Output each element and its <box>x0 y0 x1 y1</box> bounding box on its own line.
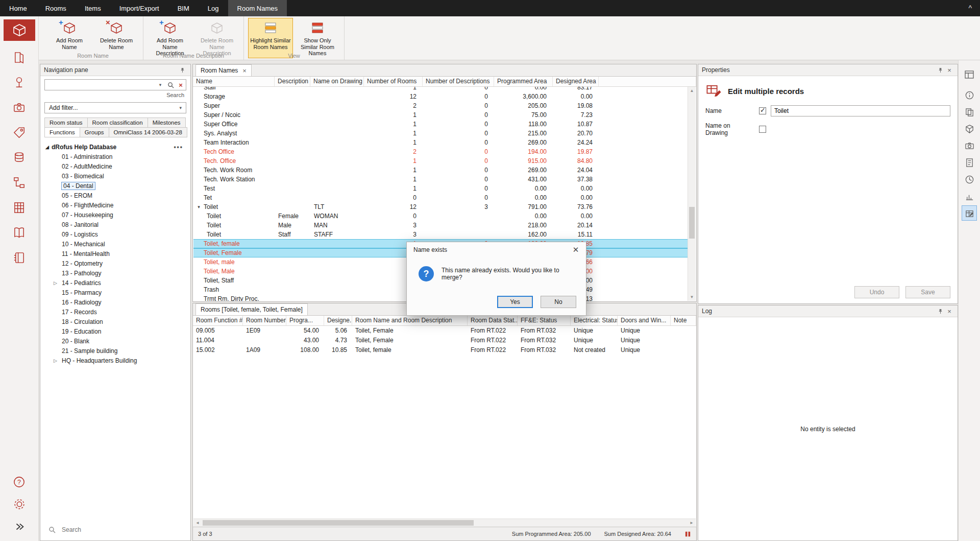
column-header-number-of-descriptions[interactable]: Number of Descriptions <box>423 77 494 86</box>
yes-button[interactable]: Yes <box>497 296 533 308</box>
tree-item[interactable]: 05 - EROM <box>43 191 187 201</box>
tab-groups[interactable]: Groups <box>80 127 109 137</box>
tree-item-selected[interactable]: 04 - Dental <box>43 181 187 191</box>
table-row-child[interactable]: ToiletMaleMAN3218.0020.14 <box>193 221 688 230</box>
undo-button[interactable]: Undo <box>854 286 899 298</box>
plant-module-icon[interactable] <box>11 74 28 90</box>
tree-menu-icon[interactable]: ••• <box>174 144 187 151</box>
table-row[interactable]: Sys. Analyst10215.0020.70 <box>193 129 688 138</box>
column-header-ffe-status[interactable]: FF&E: Status <box>518 316 571 325</box>
column-header-room-number[interactable]: Room Number <box>243 316 286 325</box>
tree-item[interactable]: 21 - Sample building <box>43 346 187 356</box>
door-module-icon[interactable] <box>11 49 28 65</box>
column-header-electrical-status[interactable]: Electrical: Status <box>571 316 618 325</box>
add-filter-dropdown[interactable]: Add filter... ▾ <box>44 102 186 113</box>
column-header-name-on-drawing[interactable]: Name on Drawing <box>310 77 364 86</box>
bottom-search-input[interactable] <box>61 526 182 534</box>
clear-search-icon[interactable]: × <box>176 80 186 90</box>
name-checkbox[interactable] <box>759 107 766 114</box>
collapse-ribbon-icon[interactable]: ^ <box>960 0 980 16</box>
save-button[interactable]: Save <box>905 286 950 298</box>
scrollbar-thumb[interactable] <box>203 520 474 526</box>
book-module-icon[interactable] <box>11 224 28 241</box>
tree-item[interactable]: 08 - Janitorial <box>43 220 187 230</box>
column-header-designed-area[interactable]: Designed Area <box>553 77 599 86</box>
menu-item-home[interactable]: Home <box>0 0 36 16</box>
expander-collapsed-icon[interactable]: ▷ <box>54 356 57 366</box>
tree-item[interactable]: 20 - Blank <box>43 337 187 346</box>
tree-item[interactable]: 18 - Circulation <box>43 317 187 327</box>
model-box-icon[interactable] <box>962 122 976 136</box>
column-header-note[interactable]: Note <box>671 316 696 325</box>
table-row[interactable]: 15.0021A09108.0010.85Toilet, femaleFrom … <box>193 345 696 355</box>
coins-module-icon[interactable] <box>11 149 28 166</box>
menu-item-room-names[interactable]: Room Names <box>228 0 287 16</box>
tree-item[interactable]: 09 - Logistics <box>43 230 187 240</box>
tree-item[interactable]: 03 - Biomedical <box>43 172 187 181</box>
column-header-number-of-rooms[interactable]: Number of Rooms <box>364 77 423 86</box>
pin-icon[interactable] <box>936 309 945 314</box>
column-header-description[interactable]: Description <box>275 77 310 86</box>
table-row[interactable]: Super20205.0019.08 <box>193 101 688 110</box>
tab-functions[interactable]: Functions <box>44 127 80 137</box>
rooms-tab[interactable]: Rooms [Toilet, female, Toilet, Female] <box>195 303 308 315</box>
panel-layout-icon[interactable] <box>962 67 976 82</box>
chart-icon[interactable] <box>962 189 976 203</box>
tree-item[interactable]: 17 - Records <box>43 308 187 317</box>
close-tab-icon[interactable]: × <box>242 67 247 75</box>
column-header-designed[interactable]: Designe... <box>324 316 352 325</box>
tree-item[interactable]: 10 - Mechanical <box>43 240 187 249</box>
tree-item[interactable]: 19 - Education <box>43 327 187 337</box>
table-row[interactable]: Storage1203,600.000.00 <box>193 92 688 101</box>
dialog-title-bar[interactable]: Name exists ✕ <box>407 242 586 257</box>
scroll-right-icon[interactable]: ► <box>688 519 696 527</box>
close-icon[interactable]: × <box>945 308 954 315</box>
binder-module-icon[interactable] <box>11 249 28 266</box>
tree-item-expandable[interactable]: ▷HQ - Headquarters Building <box>43 356 187 366</box>
scroll-down-icon[interactable]: ▼ <box>688 293 696 301</box>
table-row-child[interactable]: ToiletFemaleWOMAN00.000.00 <box>193 211 688 221</box>
table-row[interactable]: Super / Ncoic1075.007.23 <box>193 110 688 120</box>
report-book-icon[interactable] <box>684 531 691 537</box>
tree-item-expandable[interactable]: ▷14 - Pediatrics <box>43 278 187 288</box>
camera-icon[interactable] <box>962 138 976 153</box>
building-module-icon[interactable] <box>11 199 28 216</box>
table-row[interactable]: Super Office10118.0010.87 <box>193 120 688 129</box>
column-header-doors-windows[interactable]: Doors and Win... <box>618 316 671 325</box>
info-icon[interactable] <box>962 88 976 102</box>
table-row[interactable]: Stair100.0083.17 <box>193 87 688 92</box>
menu-item-import-export[interactable]: Import/Export <box>110 0 168 16</box>
close-icon[interactable]: × <box>945 66 954 74</box>
menu-item-log[interactable]: Log <box>199 0 228 16</box>
table-row[interactable]: Team Interaction10269.0024.24 <box>193 138 688 147</box>
tree-item[interactable]: 12 - Optometry <box>43 259 187 269</box>
table-row[interactable]: 09.0051E0954.005.06Toilet, FemaleFrom RT… <box>193 326 696 336</box>
scroll-up-icon[interactable]: ▲ <box>688 87 696 95</box>
add-room-name-button[interactable]: + Add Room Name <box>47 18 92 52</box>
camera-module-icon[interactable] <box>11 99 28 115</box>
expander-collapsed-icon[interactable]: ▷ <box>54 278 57 288</box>
menu-item-items[interactable]: Items <box>76 0 110 16</box>
pin-icon[interactable] <box>178 67 187 73</box>
tree-root[interactable]: ◢ dRofus Help Database ••• <box>43 142 187 152</box>
tree-item[interactable]: 02 - AdultMedicine <box>43 162 187 172</box>
table-row-expanded[interactable]: ▾ToiletTLT123791.0073.76 <box>193 202 688 211</box>
tab-omniclass[interactable]: OmniClass 14 2006-03-28 <box>109 127 187 137</box>
vertical-scrollbar[interactable]: ▲ ▼ <box>688 87 696 301</box>
clock-icon[interactable] <box>962 172 976 186</box>
navigation-search-input[interactable] <box>45 80 155 89</box>
tree-item[interactable]: 15 - Pharmacy <box>43 288 187 298</box>
table-row-child[interactable]: ToiletStaffSTAFF3162.0015.11 <box>193 230 688 239</box>
table-row[interactable]: Tech. Work Station10431.0037.38 <box>193 175 688 184</box>
tab-milestones[interactable]: Milestones <box>148 117 186 128</box>
tree-item[interactable]: 13 - Pathology <box>43 269 187 278</box>
menu-item-bim[interactable]: BIM <box>168 0 199 16</box>
table-row[interactable]: Tet000.000.00 <box>193 193 688 202</box>
tab-room-classification[interactable]: Room classification <box>87 117 148 128</box>
column-header-room-data-status[interactable]: Room Data Stat... <box>468 316 518 325</box>
tree-item[interactable]: 06 - FlightMedicine <box>43 201 187 210</box>
table-row[interactable]: Test100.000.00 <box>193 184 688 193</box>
name-input[interactable] <box>771 105 950 116</box>
column-header-room-name-description[interactable]: Room Name and Room Description <box>352 316 468 325</box>
menu-item-rooms[interactable]: Rooms <box>36 0 76 16</box>
